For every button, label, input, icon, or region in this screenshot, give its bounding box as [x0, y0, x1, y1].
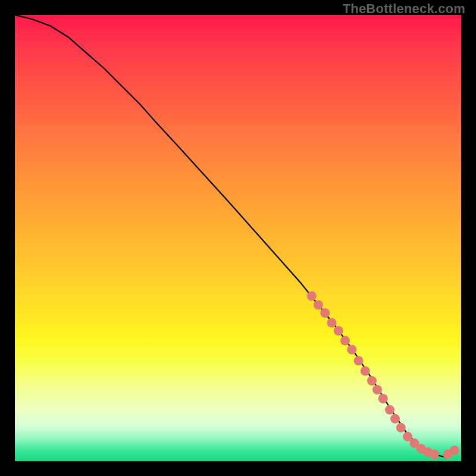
highlight-marker	[354, 356, 364, 365]
highlight-markers	[307, 292, 459, 459]
highlight-marker	[320, 308, 330, 318]
highlight-marker	[327, 318, 337, 328]
highlight-marker	[396, 423, 406, 433]
highlight-marker	[340, 336, 350, 346]
highlight-marker	[378, 394, 388, 403]
highlight-marker	[334, 326, 343, 336]
highlight-marker	[314, 300, 323, 310]
highlight-marker	[347, 345, 356, 355]
curve-layer	[15, 15, 461, 461]
highlight-marker	[367, 376, 377, 386]
bottleneck-curve	[15, 15, 457, 457]
highlight-marker	[385, 405, 394, 415]
highlight-marker	[450, 446, 459, 455]
chart-frame: TheBottleneck.com	[0, 0, 476, 476]
watermark-text: TheBottleneck.com	[343, 1, 465, 17]
highlight-marker	[430, 450, 439, 459]
highlight-marker	[372, 385, 382, 394]
highlight-marker	[307, 292, 317, 301]
highlight-marker	[361, 367, 370, 376]
highlight-marker	[390, 414, 400, 424]
plot-area	[15, 15, 461, 461]
